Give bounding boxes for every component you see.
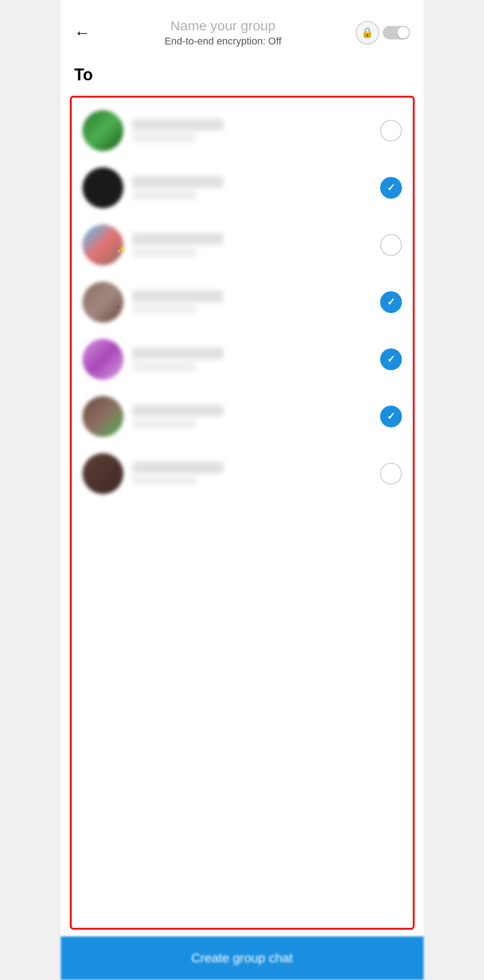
avatar (83, 339, 123, 380)
back-button[interactable]: ← (74, 23, 91, 42)
contact-info (132, 462, 380, 485)
contact-info (132, 233, 380, 257)
contact-info (132, 348, 380, 371)
contact-item[interactable]: ✓ (72, 159, 413, 216)
select-checkbox[interactable] (380, 120, 402, 142)
contact-name (132, 405, 223, 416)
contact-status (132, 305, 196, 314)
status-dot: · (117, 302, 119, 310)
toggle-track[interactable] (383, 26, 410, 39)
avatar (83, 167, 123, 208)
encryption-status: End-to-end encryption: Off (165, 35, 282, 47)
contact-item[interactable]: ✓ (72, 331, 413, 388)
contact-name (132, 176, 223, 188)
contact-item[interactable]: · ✓ (72, 274, 413, 331)
status-emoji: ✨ (117, 245, 126, 254)
lock-icon: 🔒 (361, 27, 373, 39)
contact-info (132, 290, 380, 314)
contact-status (132, 419, 196, 428)
toggle-thumb (397, 27, 409, 39)
select-checkbox[interactable] (380, 234, 402, 256)
select-checkbox[interactable]: ✓ (380, 406, 402, 427)
contact-info (132, 176, 380, 200)
header: ← Name your group End-to-end encryption:… (61, 0, 424, 56)
select-checkbox[interactable]: ✓ (380, 348, 402, 370)
select-checkbox[interactable] (380, 463, 402, 485)
contact-status (132, 133, 196, 142)
header-center: Name your group End-to-end encryption: O… (100, 18, 347, 47)
avatar (83, 110, 123, 151)
contact-status (132, 191, 196, 200)
checkmark-icon: ✓ (387, 182, 395, 194)
contact-status (132, 476, 196, 485)
contact-status (132, 248, 196, 257)
group-name-title: Name your group (171, 18, 276, 34)
contact-name (132, 233, 223, 245)
contact-info (132, 119, 380, 142)
avatar (83, 453, 123, 494)
checkmark-icon: ✓ (387, 296, 395, 308)
contact-item[interactable] (72, 102, 413, 159)
contact-info (132, 405, 380, 428)
avatar (83, 396, 123, 437)
phone-container: ← Name your group End-to-end encryption:… (61, 0, 424, 980)
contact-item[interactable]: ✓ (72, 388, 413, 445)
contacts-list: ✓ ✨ · ✓ (70, 96, 415, 930)
select-checkbox[interactable]: ✓ (380, 177, 402, 199)
create-group-chat-button[interactable]: Create group chat (61, 936, 424, 980)
contact-name (132, 348, 223, 359)
select-checkbox[interactable]: ✓ (380, 291, 402, 313)
contact-item[interactable]: ✨ (72, 216, 413, 274)
checkmark-icon: ✓ (387, 411, 395, 422)
contact-item[interactable] (72, 445, 413, 502)
contact-name (132, 119, 223, 131)
to-label: To (61, 56, 424, 89)
lock-toggle-container[interactable]: 🔒 (356, 21, 410, 44)
checkmark-icon: ✓ (387, 353, 395, 365)
contact-name (132, 290, 223, 302)
contact-status (132, 362, 196, 371)
lock-icon-wrapper: 🔒 (356, 21, 379, 44)
contact-name (132, 462, 223, 474)
